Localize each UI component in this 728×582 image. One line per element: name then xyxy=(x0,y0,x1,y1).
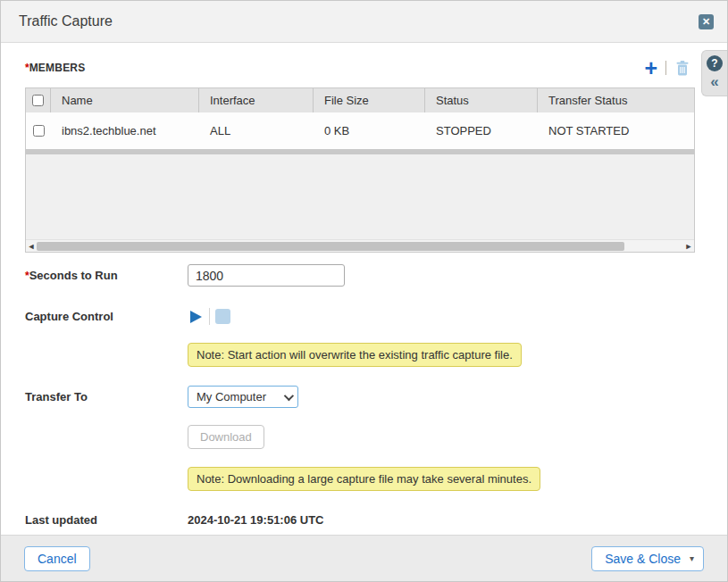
help-icon[interactable]: ? xyxy=(707,55,723,71)
members-table: Name Interface File Size Status Transfer… xyxy=(25,87,695,253)
cell-interface: ALL xyxy=(199,112,314,149)
save-close-button[interactable]: Save & Close ▾ xyxy=(591,546,704,571)
members-label: MEMBERS xyxy=(29,62,86,74)
download-note: Note: Downloading a large capture file m… xyxy=(188,467,540,491)
members-toolbar: + xyxy=(644,60,690,77)
start-capture-icon[interactable] xyxy=(188,309,204,325)
scrollbar-thumb[interactable] xyxy=(37,242,624,251)
start-note: Note: Start action will overwrite the ex… xyxy=(188,343,522,367)
seconds-label-text: Seconds to Run xyxy=(29,269,118,282)
chevron-down-icon xyxy=(284,390,294,400)
capture-control-buttons xyxy=(188,308,230,325)
members-table-header: Name Interface File Size Status Transfer… xyxy=(26,88,694,112)
cell-name: ibns2.techblue.net xyxy=(51,112,199,149)
column-header-name[interactable]: Name xyxy=(51,88,199,112)
transfer-to-label: Transfer To xyxy=(25,390,188,403)
table-empty-area xyxy=(26,154,694,239)
save-close-label: Save & Close xyxy=(605,552,681,566)
cell-status: STOPPED xyxy=(425,112,538,149)
side-panel-tab: ? « xyxy=(701,50,727,96)
scroll-left-icon[interactable]: ◄ xyxy=(26,242,37,251)
download-button[interactable]: Download xyxy=(188,425,264,449)
add-member-icon[interactable]: + xyxy=(644,60,657,76)
cell-file-size: 0 KB xyxy=(314,112,425,149)
close-icon[interactable]: ✕ xyxy=(699,14,714,29)
dialog-body: ? « * MEMBERS + xyxy=(1,43,727,535)
transfer-to-select[interactable]: My Computer xyxy=(188,386,298,408)
seconds-to-run-label: *Seconds to Run xyxy=(25,269,188,282)
cancel-button[interactable]: Cancel xyxy=(24,546,90,571)
dialog-footer: Cancel Save & Close ▾ xyxy=(1,535,727,581)
last-updated-row: Last updated 2024-10-21 19:51:06 UTC xyxy=(25,513,695,527)
save-close-caret-icon: ▾ xyxy=(690,553,694,563)
last-updated-value: 2024-10-21 19:51:06 UTC xyxy=(188,513,323,527)
capture-control-row: Capture Control xyxy=(25,308,695,325)
capture-control-label: Capture Control xyxy=(25,310,188,323)
column-header-file-size[interactable]: File Size xyxy=(314,88,425,112)
table-row[interactable]: ibns2.techblue.net ALL 0 KB STOPPED NOT … xyxy=(26,112,694,149)
dialog-titlebar: Traffic Capture ✕ xyxy=(1,1,727,43)
horizontal-scrollbar[interactable]: ◄ ► xyxy=(26,239,694,252)
traffic-capture-dialog: Traffic Capture ✕ ? « * MEMBERS + xyxy=(0,0,728,582)
column-header-transfer-status[interactable]: Transfer Status xyxy=(538,88,694,112)
delete-member-icon[interactable] xyxy=(674,60,690,77)
members-header: * MEMBERS + xyxy=(25,59,695,77)
collapse-panel-icon[interactable]: « xyxy=(710,73,718,91)
select-all-cell xyxy=(26,88,51,112)
select-all-checkbox[interactable] xyxy=(32,95,44,106)
stop-capture-icon[interactable] xyxy=(215,309,230,324)
dialog-title: Traffic Capture xyxy=(19,13,113,29)
scroll-right-icon[interactable]: ► xyxy=(683,242,694,251)
last-updated-label: Last updated xyxy=(25,513,188,527)
column-header-interface[interactable]: Interface xyxy=(199,88,314,112)
seconds-to-run-input[interactable] xyxy=(188,264,345,287)
seconds-to-run-row: *Seconds to Run xyxy=(25,264,695,287)
toolbar-divider xyxy=(665,61,666,75)
row-select-cell xyxy=(26,112,51,149)
row-checkbox[interactable] xyxy=(33,125,45,137)
cell-transfer-status: NOT STARTED xyxy=(538,112,694,149)
transfer-to-selected-value: My Computer xyxy=(197,390,284,403)
column-header-status[interactable]: Status xyxy=(425,88,538,112)
capture-control-divider xyxy=(209,308,210,325)
transfer-to-row: Transfer To My Computer xyxy=(25,386,695,408)
